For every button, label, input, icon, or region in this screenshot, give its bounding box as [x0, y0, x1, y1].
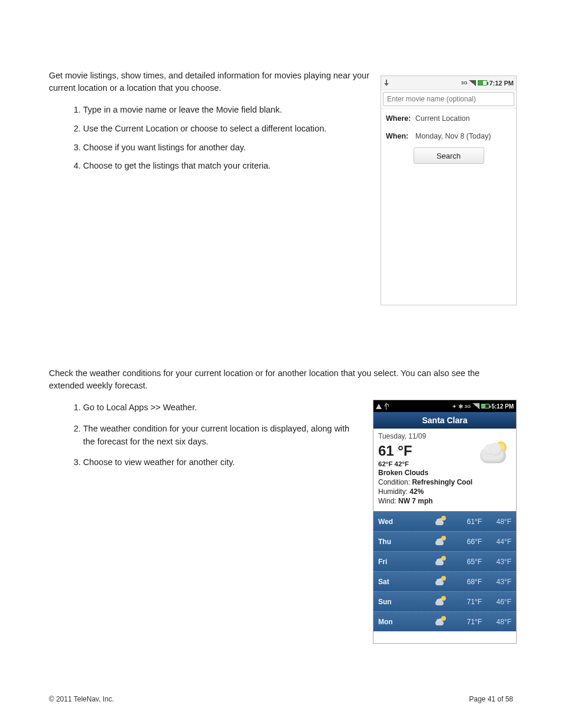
partly-cloudy-icon [431, 598, 449, 605]
where-row[interactable]: Where: Current Location [381, 108, 516, 126]
status-time: 5:12 PM [491, 403, 514, 410]
weather-step: Choose to view weather for another city. [83, 456, 361, 469]
partly-cloudy-icon [431, 578, 449, 585]
weather-hi-lo: 62°F 42°F [378, 460, 472, 467]
forecast-hi: 66°F [449, 538, 482, 546]
partly-cloudy-icon [431, 538, 449, 545]
partly-cloudy-icon [431, 518, 449, 525]
usb-icon [384, 403, 389, 410]
signal-icon [469, 80, 476, 86]
weather-step: Go to Local Apps >> Weather. [83, 401, 361, 414]
footer-page: Page 41 of 58 [469, 695, 513, 703]
movies-intro: Get movie listings, show times, and deta… [49, 70, 379, 94]
weather-condition: Condition: Refreshingly Cool [378, 478, 472, 486]
where-value: Current Location [415, 114, 470, 123]
forecast-row[interactable]: Fri 65°F 43°F [373, 551, 516, 571]
network-3g-icon: 3G [465, 404, 471, 409]
forecast-day: Thu [378, 538, 431, 546]
forecast-hi: 61°F [449, 518, 482, 526]
weather-temp: 61 °F [378, 443, 472, 459]
forecast-row[interactable]: Wed 61°F 48°F [373, 511, 516, 531]
forecast-lo: 43°F [482, 558, 511, 566]
forecast-hi: 71°F [449, 618, 482, 626]
download-icon [384, 80, 389, 87]
forecast-row[interactable]: Thu 66°F 44°F [373, 531, 516, 551]
forecast-day: Sun [378, 598, 431, 606]
forecast-lo: 48°F [482, 518, 511, 526]
partly-cloudy-icon [481, 442, 509, 465]
search-button[interactable]: Search [414, 147, 484, 164]
weather-phone: ✦ ✱ 3G 5:12 PM Santa Clara Tuesday, 11/0… [373, 400, 517, 644]
status-bar: 3G 7:12 PM [381, 76, 516, 90]
weather-step: The weather condition for your current l… [83, 423, 361, 449]
forecast-lo: 43°F [482, 578, 511, 586]
weather-intro: Check the weather conditions for your cu… [49, 367, 514, 392]
forecast-row[interactable]: Sat 68°F 43°F [373, 571, 516, 591]
when-label: When: [386, 132, 415, 140]
status-bar: ✦ ✱ 3G 5:12 PM [373, 400, 516, 412]
forecast-hi: 65°F [449, 558, 482, 566]
forecast-lo: 46°F [482, 598, 511, 606]
forecast-hi: 68°F [449, 578, 482, 586]
forecast-day: Wed [378, 518, 431, 526]
when-value: Monday, Nov 8 (Today) [415, 132, 491, 140]
forecast-lo: 48°F [482, 618, 511, 626]
network-3g-icon: 3G [461, 80, 468, 85]
signal-icon [472, 403, 480, 409]
forecast-hi: 71°F [449, 598, 482, 606]
weather-current-panel: Tuesday, 11/09 61 °F 62°F 42°F Broken Cl… [373, 429, 516, 511]
status-time: 7:12 PM [489, 80, 514, 87]
weather-date: Tuesday, 11/09 [378, 432, 511, 440]
partly-cloudy-icon [431, 558, 449, 565]
forecast-lo: 44°F [482, 538, 511, 546]
weather-steps-list: Go to Local Apps >> Weather. The weather… [49, 401, 361, 469]
weather-humidity: Humidity: 42% [378, 487, 472, 496]
forecast-row[interactable]: Sun 71°F 46°F [373, 591, 516, 611]
forecast-day: Mon [378, 618, 431, 626]
forecast-day: Sat [378, 578, 431, 586]
partly-cloudy-icon [431, 618, 449, 625]
gps-icon: ✦ [452, 403, 457, 410]
battery-icon [478, 80, 487, 85]
forecast-row[interactable]: Mon 71°F 48°F [373, 611, 516, 631]
movie-search-phone: 3G 7:12 PM Where: Current Location When:… [381, 75, 517, 305]
weather-wind: Wind: NW 7 mph [378, 497, 472, 505]
weather-city-title: Santa Clara [373, 412, 516, 429]
weather-description: Broken Clouds [378, 469, 472, 477]
where-label: Where: [386, 114, 415, 123]
forecast-day: Fri [378, 558, 431, 566]
when-row[interactable]: When: Monday, Nov 8 (Today) [381, 126, 516, 144]
movie-name-input[interactable] [383, 92, 514, 106]
battery-icon [481, 404, 490, 409]
bluetooth-icon: ✱ [458, 403, 463, 410]
weather-forecast-list: Wed 61°F 48°F Thu 66°F 44°F Fri 65°F 43°… [373, 511, 516, 631]
notification-icon [376, 404, 382, 409]
footer-copyright: © 2011 TeleNav, Inc. [49, 695, 114, 703]
